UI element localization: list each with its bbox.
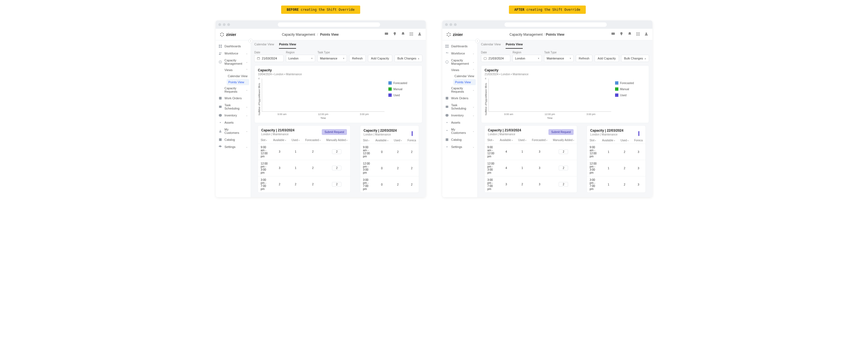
sidebar-item-catalog[interactable]: Catalog [216, 136, 251, 143]
table-title: Capacity | 21/03/2024 [488, 128, 521, 132]
date-input[interactable]: 21/03/2024 [481, 55, 510, 62]
tasktype-select[interactable]: Maintenance▾ [544, 55, 573, 62]
col-used[interactable]: Used▾ [618, 137, 631, 144]
brand-logo[interactable]: zinier [446, 32, 463, 37]
bulk-changes-button[interactable]: Bulk Changes ▴ [395, 55, 423, 62]
sidebar-item-settings[interactable]: Settings ⌄ [216, 143, 251, 150]
col-manually-added[interactable]: Manually Added▾ [550, 137, 577, 144]
manual-input[interactable]: 2 [332, 182, 341, 187]
location-icon[interactable] [619, 32, 624, 37]
region-select[interactable]: London ▾ [286, 55, 315, 62]
bell-icon[interactable] [627, 32, 632, 37]
manual-input[interactable]: 2 [332, 165, 341, 170]
sidebar-item-task-scheduling[interactable]: Task Scheduling⌄ [442, 102, 477, 112]
tab-points-view[interactable]: Points View [505, 42, 523, 49]
sidebar-item-work-orders[interactable]: Work Orders [442, 95, 477, 102]
sidebar-item-inventory[interactable]: Inventory ⌄ [216, 112, 251, 119]
sidebar-item-views[interactable]: Views ⌃ [222, 67, 251, 73]
col-available[interactable]: Available▾ [373, 137, 391, 144]
location-icon[interactable] [393, 32, 397, 37]
traffic-max-icon[interactable] [227, 23, 230, 26]
col-forecasted[interactable]: Forecasted▾ [302, 137, 323, 144]
date-input[interactable]: 21/03/2024 [254, 55, 284, 62]
col-available[interactable]: Available▾ [270, 137, 288, 144]
add-capacity-button[interactable]: Add Capacity [595, 55, 619, 62]
sidebar-item-points-view[interactable]: Points View [453, 79, 476, 85]
svg-rect-57 [445, 97, 448, 99]
chat-icon[interactable] [384, 32, 389, 37]
sidebar-item-capacity-management[interactable]: Capacity Management⌄ [442, 57, 477, 67]
submit-request-button[interactable]: Submit Request [549, 129, 574, 135]
region-select[interactable]: London▾ [513, 55, 542, 62]
svg-rect-14 [411, 35, 412, 36]
col-manually-added[interactable]: Manually Added▾ [323, 137, 350, 144]
tab-points-view[interactable]: Points View [279, 42, 296, 49]
user-icon[interactable] [644, 32, 649, 37]
col-used[interactable]: Used▾ [289, 137, 302, 144]
col-slot[interactable]: Slot▾ [587, 137, 599, 144]
refresh-button[interactable]: Refresh [349, 55, 366, 62]
sidebar-item-assets[interactable]: Assets [442, 119, 477, 126]
sidebar-item-calendar-view[interactable]: Calendar View [452, 73, 477, 79]
col-available[interactable]: Available▾ [497, 137, 515, 144]
add-capacity-button[interactable]: Add Capacity [368, 55, 392, 62]
tab-calendar-view[interactable]: Calendar View [481, 42, 501, 49]
sidebar-item-dashboards[interactable]: Dashboards [442, 42, 477, 50]
sidebar-item-capacity-requests[interactable]: Capacity Requests ⌄ [222, 85, 251, 95]
sidebar-item-capacity-requests[interactable]: Capacity Requests⌄ [448, 85, 477, 95]
sidebar-item-calendar-view[interactable]: Calendar View [225, 73, 251, 79]
col-forecasted[interactable]: Forecasted▾ [529, 137, 550, 144]
sidebar-item-assets[interactable]: Assets [216, 119, 251, 126]
apps-icon[interactable] [636, 32, 640, 37]
sidebar-item-workforce[interactable]: Workforce ⌄ [216, 50, 251, 57]
traffic-min-icon[interactable] [450, 23, 452, 26]
sidebar-collapse-icon[interactable]: ‹ [249, 39, 253, 43]
svg-point-33 [448, 32, 449, 33]
refresh-button[interactable]: Refresh [576, 55, 593, 62]
traffic-max-icon[interactable] [454, 23, 457, 26]
sidebar-item-points-view[interactable]: Points View [227, 79, 249, 85]
col-forecasted[interactable]: Foreca [405, 137, 419, 144]
sidebar-item-inventory[interactable]: Inventory⌄ [442, 112, 477, 119]
sidebar-item-catalog[interactable]: Catalog [442, 136, 477, 143]
sidebar-item-work-orders[interactable]: Work Orders [216, 95, 251, 102]
sidebar-item-workforce[interactable]: Workforce⌄ [442, 50, 477, 57]
col-used[interactable]: Used▾ [516, 137, 529, 144]
sidebar-collapse-icon[interactable]: ‹ [475, 39, 479, 43]
sidebar-item-views[interactable]: Views⌃ [448, 67, 477, 73]
traffic-close-icon[interactable] [218, 23, 221, 26]
sidebar-item-my-customers[interactable]: My Customers ⌄ [216, 126, 251, 136]
submit-request-button[interactable]: Submit Request [322, 129, 347, 135]
sidebar-item-task-scheduling[interactable]: Task Scheduling ⌄ [216, 102, 251, 112]
sidebar-item-settings[interactable]: Settings⌄ [442, 143, 477, 150]
col-used[interactable]: Used▾ [391, 137, 405, 144]
sidebar-item-capacity-management[interactable]: Capacity Management ⌄ [216, 57, 251, 67]
traffic-close-icon[interactable] [445, 23, 448, 26]
manual-input[interactable]: 2 [559, 182, 568, 187]
sidebar-item-my-customers[interactable]: My Customers⌄ [442, 126, 477, 136]
cell-available: 1 [599, 144, 618, 160]
col-slot[interactable]: Slot▾ [360, 137, 373, 144]
user-icon[interactable] [417, 32, 422, 37]
legend-label: Used [393, 94, 400, 97]
manual-input[interactable]: 2 [332, 149, 341, 154]
traffic-min-icon[interactable] [223, 23, 225, 26]
manual-input[interactable]: 2 [559, 165, 568, 170]
col-available[interactable]: Available▾ [599, 137, 618, 144]
tab-calendar-view[interactable]: Calendar View [254, 42, 274, 49]
sidebar-item-dashboards[interactable]: Dashboards [216, 42, 251, 50]
brand-logo[interactable]: zinier [219, 32, 236, 37]
tasktype-select[interactable]: Maintenance ▾ [317, 55, 347, 62]
chat-icon[interactable] [611, 32, 615, 37]
col-slot[interactable]: Slot▾ [258, 137, 270, 144]
manual-input[interactable]: 2 [559, 149, 568, 154]
address-bar[interactable] [278, 22, 380, 27]
cell-slot: 12:00 pm - 3:00 pm [258, 160, 270, 176]
col-forecasted[interactable]: Foreca [631, 137, 646, 144]
apps-icon[interactable] [409, 32, 413, 37]
address-bar[interactable] [504, 22, 607, 27]
cell-used: 2 [618, 176, 631, 193]
bulk-changes-button[interactable]: Bulk Changes▴ [621, 55, 649, 62]
col-slot[interactable]: Slot▾ [485, 137, 497, 144]
bell-icon[interactable] [401, 32, 405, 37]
